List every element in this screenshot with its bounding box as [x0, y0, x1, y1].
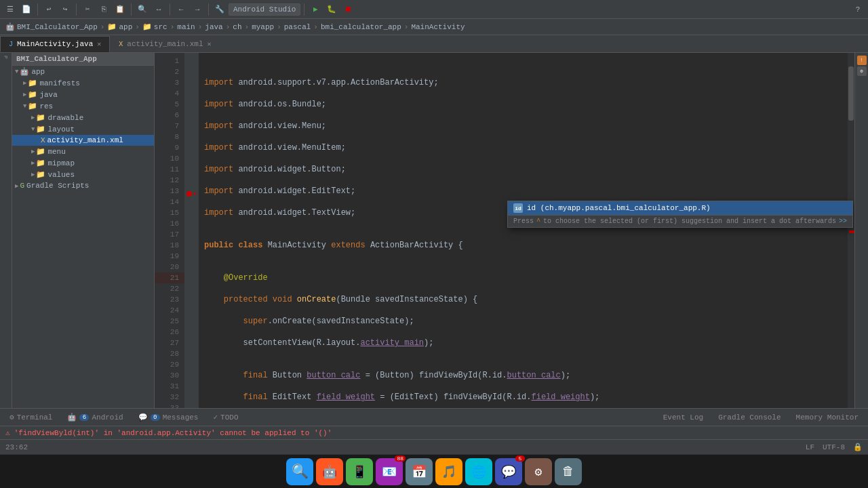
tab-todo-label: TODO — [220, 413, 238, 422]
breadcrumb-project[interactable]: BMI_Calculator_App — [17, 23, 98, 31]
indicator-area: ● — [193, 53, 199, 408]
autocomplete-item-icon: id — [513, 203, 523, 213]
tab-gradle-console[interactable]: Gradle Console — [711, 411, 787, 424]
breadcrumb-ch[interactable]: ch — [233, 23, 241, 31]
cursor-position: 23:62 — [5, 443, 28, 451]
breadcrumb-java-label: java — [205, 23, 222, 31]
breadcrumb-sep-7: › — [277, 23, 281, 31]
hint-key: ^ — [536, 218, 540, 225]
hint-text: Press — [513, 218, 534, 225]
tab-activitymain-close[interactable]: ✕ — [208, 40, 212, 48]
tab-event-log[interactable]: Event Log — [656, 411, 710, 424]
dock-app-5[interactable]: 📅 — [406, 458, 433, 485]
tree-item-activity-main-xml[interactable]: X activity_main.xml — [12, 135, 154, 146]
breakpoint-dots — [185, 56, 193, 199]
breakpoint-13[interactable] — [186, 191, 192, 197]
tree-item-menu[interactable]: ▶ 📁 menu — [12, 146, 154, 157]
tree-item-gradle-scripts[interactable]: ▶ G Gradle Scripts — [12, 180, 154, 191]
bottom-panel: ⚙ Terminal 🤖 6 Android 💬 0 Messages ✓ TO… — [0, 408, 868, 426]
dock-app-7[interactable]: 🌐 — [465, 458, 492, 485]
autocomplete-item-id[interactable]: id id (ch.myapp.pascal.bmi_calculator_ap… — [508, 201, 852, 215]
breadcrumb-main[interactable]: main — [177, 23, 195, 31]
tree-label-mipmap: mipmap — [47, 159, 75, 167]
tree-item-drawable[interactable]: ▶ 📁 drawable — [12, 112, 154, 123]
scroll-thumb[interactable] — [848, 66, 854, 121]
help-icon[interactable]: ? — [850, 2, 865, 17]
breakpoint-area — [185, 53, 193, 408]
code-container[interactable]: 1 2 3 4 5 6 7 8 9 10 11 12 13 14 15 16 1 — [155, 53, 854, 408]
encoding[interactable]: UTF-8 — [823, 443, 845, 451]
toolbar-icon-forward[interactable]: → — [190, 2, 205, 17]
toolbar-icon-redo[interactable]: ↪ — [58, 2, 73, 17]
tree-item-layout[interactable]: ▼ 📁 layout — [12, 123, 154, 135]
tree-item-java[interactable]: ▶ 📁 java — [12, 89, 154, 100]
error-bar: ⚠ 'findViewByld(int)' in 'android.app.Ac… — [0, 426, 868, 439]
right-icon-2[interactable]: ⚙ — [857, 66, 867, 76]
tree-arrow-menu: ▶ — [31, 148, 35, 155]
todo-icon: ✓ — [213, 413, 218, 422]
tree-item-values[interactable]: ▶ 📁 values — [12, 169, 154, 180]
code-editor[interactable]: import android.support.v7.app.ActionBarA… — [199, 53, 854, 408]
toolbar-icon-back[interactable]: ← — [174, 2, 189, 17]
tree-item-app[interactable]: ▼ 🤖 app — [12, 66, 154, 77]
dock-app-8[interactable]: 💬 5 — [495, 458, 522, 485]
dock-app-6[interactable]: 🎵 — [435, 458, 462, 485]
tree-label-java: java — [39, 91, 57, 99]
tree-item-manifests[interactable]: ▶ 📁 manifests — [12, 77, 154, 89]
run-config[interactable]: Android Studio — [229, 3, 300, 16]
toolbar-icon-menu[interactable]: ☰ — [3, 2, 18, 17]
breadcrumb-app[interactable]: 📁 app — [107, 22, 132, 31]
breadcrumb-myapp[interactable]: myapp — [252, 23, 274, 31]
toolbar-separator-1 — [37, 3, 38, 16]
tree-item-res[interactable]: ▼ 📁 res — [12, 100, 154, 112]
tab-todo[interactable]: ✓ TODO — [206, 411, 245, 424]
line-ending[interactable]: LF — [806, 443, 814, 451]
toolbar-icon-cut[interactable]: ✂ — [80, 2, 95, 17]
breadcrumb-app-label: app — [119, 23, 132, 31]
dock-finder[interactable]: 🔍 — [286, 458, 313, 485]
java-file-icon: J — [9, 41, 13, 48]
scrollbar[interactable] — [848, 53, 854, 408]
toolbar-icon-replace[interactable]: ↔ — [151, 2, 166, 17]
tree-item-mipmap[interactable]: ▶ 📁 mipmap — [12, 157, 154, 169]
tree-label-gradle: Gradle Scripts — [26, 182, 89, 190]
breadcrumb-java[interactable]: java — [205, 23, 222, 31]
dock-app-4[interactable]: 📧 88 — [376, 458, 403, 485]
tree-label-drawable: drawable — [47, 114, 83, 122]
debug-button[interactable]: 🐛 — [324, 2, 339, 17]
run-button[interactable]: ▶ — [308, 2, 323, 17]
toolbar-icon-search[interactable]: 🔍 — [135, 2, 150, 17]
breadcrumb-mainactivity[interactable]: MainActivity — [411, 23, 465, 31]
messages-icon: 💬 — [138, 413, 148, 422]
tree-arrow-mipmap: ▶ — [31, 159, 35, 167]
breadcrumb-bmi[interactable]: bmi_calculator_app — [321, 23, 401, 31]
toolbar-icon-paste[interactable]: 📋 — [113, 2, 127, 17]
status-item-position: 23:62 — [5, 443, 28, 451]
dock-app-3[interactable]: 📱 — [346, 458, 373, 485]
project-tab[interactable]: P — [3, 56, 9, 59]
dock-app-9[interactable]: ⚙ — [525, 458, 552, 485]
breadcrumb-pascal[interactable]: pascal — [284, 23, 311, 31]
sidebar-title: BMI_Calculator_App — [16, 55, 97, 63]
breadcrumb-src[interactable]: 📁 src — [142, 22, 167, 31]
autocomplete-item-text: id (ch.myapp.pascal.bmi_calculator_app.R… — [527, 204, 711, 212]
tab-mainactivity-close[interactable]: ✕ — [97, 40, 101, 48]
tree-label-menu: menu — [47, 148, 65, 156]
tab-android[interactable]: 🤖 6 Android — [60, 411, 130, 424]
toolbar-icon-copy[interactable]: ⎘ — [96, 2, 111, 17]
android-icon: 🤖 — [5, 22, 15, 31]
dock-android-studio[interactable]: 🤖 — [316, 458, 343, 485]
toolbar-icon-file[interactable]: 📄 — [19, 2, 34, 17]
folder-icon-res: 📁 — [28, 102, 37, 110]
tab-activity-main-xml[interactable]: X activity_main.xml ✕ — [110, 36, 220, 52]
tab-memory-monitor[interactable]: Memory Monitor — [789, 411, 865, 424]
tab-mainactivity[interactable]: J MainActivity.java ✕ — [0, 36, 110, 52]
dock-trash[interactable]: 🗑 — [555, 458, 582, 485]
toolbar-icon-sdk[interactable]: 🔧 — [212, 2, 227, 17]
toolbar-icon-undo[interactable]: ↩ — [41, 2, 56, 17]
tab-terminal[interactable]: ⚙ Terminal — [3, 411, 59, 424]
right-icon-1[interactable]: ! — [857, 56, 867, 65]
tab-messages[interactable]: 💬 0 Messages — [132, 411, 205, 424]
stop-button[interactable]: ⏹ — [340, 2, 355, 17]
breadcrumb-sep-9: › — [404, 23, 409, 31]
